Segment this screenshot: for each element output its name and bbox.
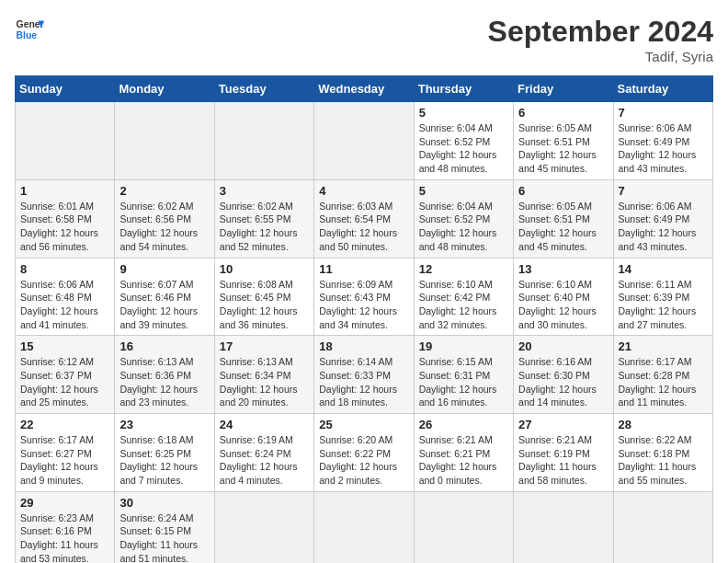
calendar-cell: 30 Sunrise: 6:24 AMSunset: 6:15 PMDaylig…	[115, 491, 214, 563]
cell-content: Sunrise: 6:05 AMSunset: 6:51 PMDaylight:…	[518, 201, 597, 252]
location: Tadif, Syria	[488, 49, 713, 64]
cell-content: Sunrise: 6:13 AMSunset: 6:36 PMDaylight:…	[119, 356, 198, 408]
cell-content: Sunrise: 6:05 AMSunset: 6:51 PMDaylight:…	[518, 122, 597, 174]
day-number: 16	[119, 339, 209, 353]
calendar-cell	[314, 491, 414, 563]
day-number: 6	[518, 184, 608, 198]
cell-content: Sunrise: 6:24 AMSunset: 6:15 PMDaylight:…	[119, 512, 198, 563]
calendar-week-row: 1 Sunrise: 6:01 AMSunset: 6:58 PMDayligh…	[16, 179, 713, 258]
day-number: 13	[518, 262, 608, 276]
cell-content: Sunrise: 6:16 AMSunset: 6:30 PMDaylight:…	[518, 356, 597, 408]
cell-content: Sunrise: 6:02 AMSunset: 6:55 PMDaylight:…	[220, 201, 298, 252]
day-of-week-header: Thursday	[414, 76, 513, 102]
cell-content: Sunrise: 6:12 AMSunset: 6:37 PMDaylight:…	[20, 356, 98, 408]
calendar-cell: 12 Sunrise: 6:10 AMSunset: 6:42 PMDaylig…	[414, 258, 513, 336]
calendar-cell: 27 Sunrise: 6:21 AMSunset: 6:19 PMDaylig…	[514, 414, 613, 492]
calendar-week-row: 15 Sunrise: 6:12 AMSunset: 6:37 PMDaylig…	[16, 336, 713, 414]
calendar-cell: 10 Sunrise: 6:08 AMSunset: 6:45 PMDaylig…	[214, 258, 313, 336]
calendar-cell	[214, 491, 313, 563]
calendar-cell: 11 Sunrise: 6:09 AMSunset: 6:43 PMDaylig…	[314, 258, 414, 336]
day-number: 9	[119, 262, 209, 276]
calendar-cell: 13 Sunrise: 6:10 AMSunset: 6:40 PMDaylig…	[514, 258, 613, 336]
calendar-cell	[414, 491, 513, 563]
calendar-cell: 26 Sunrise: 6:21 AMSunset: 6:21 PMDaylig…	[414, 414, 513, 492]
day-number: 28	[619, 418, 708, 431]
calendar-cell: 19 Sunrise: 6:15 AMSunset: 6:31 PMDaylig…	[414, 336, 513, 414]
day-number: 7	[619, 106, 708, 120]
calendar-cell: 4 Sunrise: 6:03 AMSunset: 6:54 PMDayligh…	[314, 179, 414, 258]
logo: General Blue	[15, 15, 44, 44]
calendar-cell: 5 Sunrise: 6:04 AMSunset: 6:52 PMDayligh…	[414, 179, 513, 258]
calendar-cell: 18 Sunrise: 6:14 AMSunset: 6:33 PMDaylig…	[314, 336, 414, 414]
cell-content: Sunrise: 6:06 AMSunset: 6:48 PMDaylight:…	[20, 279, 98, 330]
calendar-cell: 21 Sunrise: 6:17 AMSunset: 6:28 PMDaylig…	[613, 336, 712, 414]
cell-content: Sunrise: 6:20 AMSunset: 6:22 PMDaylight:…	[319, 434, 397, 486]
day-number: 27	[518, 418, 608, 431]
day-number: 22	[20, 418, 109, 431]
calendar-table: SundayMondayTuesdayWednesdayThursdayFrid…	[15, 75, 713, 563]
cell-content: Sunrise: 6:10 AMSunset: 6:42 PMDaylight:…	[419, 279, 497, 330]
day-number: 18	[319, 339, 408, 353]
calendar-cell	[613, 491, 712, 563]
calendar-week-row: 5 Sunrise: 6:04 AMSunset: 6:52 PMDayligh…	[16, 102, 713, 180]
calendar-cell: 9 Sunrise: 6:07 AMSunset: 6:46 PMDayligh…	[115, 258, 214, 336]
calendar-cell: 29 Sunrise: 6:23 AMSunset: 6:16 PMDaylig…	[16, 491, 115, 563]
calendar-week-row: 8 Sunrise: 6:06 AMSunset: 6:48 PMDayligh…	[16, 258, 713, 336]
calendar-cell	[514, 491, 613, 563]
logo-icon: General Blue	[15, 15, 44, 44]
cell-content: Sunrise: 6:14 AMSunset: 6:33 PMDaylight:…	[319, 356, 397, 408]
calendar-week-row: 29 Sunrise: 6:23 AMSunset: 6:16 PMDaylig…	[16, 491, 713, 563]
calendar-cell: 3 Sunrise: 6:02 AMSunset: 6:55 PMDayligh…	[214, 179, 313, 258]
cell-content: Sunrise: 6:13 AMSunset: 6:34 PMDaylight:…	[220, 356, 298, 408]
calendar-cell: 7 Sunrise: 6:06 AMSunset: 6:49 PMDayligh…	[613, 102, 712, 180]
day-number: 11	[319, 262, 408, 276]
title-block: September 2024 Tadif, Syria	[488, 15, 713, 64]
day-number: 8	[20, 262, 109, 276]
calendar-cell: 6 Sunrise: 6:05 AMSunset: 6:51 PMDayligh…	[514, 102, 613, 180]
day-number: 5	[419, 106, 508, 120]
day-number: 6	[518, 106, 608, 120]
cell-content: Sunrise: 6:01 AMSunset: 6:58 PMDaylight:…	[20, 201, 98, 252]
cell-content: Sunrise: 6:11 AMSunset: 6:39 PMDaylight:…	[619, 279, 697, 330]
calendar-header-row: SundayMondayTuesdayWednesdayThursdayFrid…	[16, 76, 713, 102]
calendar-cell: 17 Sunrise: 6:13 AMSunset: 6:34 PMDaylig…	[214, 336, 313, 414]
day-number: 1	[20, 184, 109, 198]
calendar-cell: 1 Sunrise: 6:01 AMSunset: 6:58 PMDayligh…	[16, 179, 115, 258]
cell-content: Sunrise: 6:06 AMSunset: 6:49 PMDaylight:…	[619, 201, 697, 252]
cell-content: Sunrise: 6:10 AMSunset: 6:40 PMDaylight:…	[518, 279, 597, 330]
calendar-cell: 23 Sunrise: 6:18 AMSunset: 6:25 PMDaylig…	[115, 414, 214, 492]
day-of-week-header: Tuesday	[214, 76, 313, 102]
calendar-cell: 14 Sunrise: 6:11 AMSunset: 6:39 PMDaylig…	[613, 258, 712, 336]
calendar-cell: 20 Sunrise: 6:16 AMSunset: 6:30 PMDaylig…	[514, 336, 613, 414]
day-number: 21	[619, 339, 708, 353]
calendar-cell: 16 Sunrise: 6:13 AMSunset: 6:36 PMDaylig…	[115, 336, 214, 414]
cell-content: Sunrise: 6:19 AMSunset: 6:24 PMDaylight:…	[220, 434, 298, 486]
calendar-cell: 25 Sunrise: 6:20 AMSunset: 6:22 PMDaylig…	[314, 414, 414, 492]
calendar-cell	[214, 102, 313, 180]
calendar-cell: 6 Sunrise: 6:05 AMSunset: 6:51 PMDayligh…	[514, 179, 613, 258]
calendar-cell: 22 Sunrise: 6:17 AMSunset: 6:27 PMDaylig…	[16, 414, 115, 492]
day-number: 30	[119, 496, 209, 510]
day-number: 25	[319, 418, 408, 431]
cell-content: Sunrise: 6:21 AMSunset: 6:19 PMDaylight:…	[518, 434, 597, 486]
day-number: 2	[119, 184, 209, 198]
day-number: 24	[220, 418, 309, 431]
calendar-cell: 15 Sunrise: 6:12 AMSunset: 6:37 PMDaylig…	[16, 336, 115, 414]
calendar-cell: 5 Sunrise: 6:04 AMSunset: 6:52 PMDayligh…	[414, 102, 513, 180]
cell-content: Sunrise: 6:17 AMSunset: 6:28 PMDaylight:…	[619, 356, 697, 408]
calendar-cell	[115, 102, 214, 180]
day-of-week-header: Sunday	[16, 76, 115, 102]
day-number: 4	[319, 184, 408, 198]
cell-content: Sunrise: 6:17 AMSunset: 6:27 PMDaylight:…	[20, 434, 98, 486]
day-number: 23	[119, 418, 209, 431]
svg-text:Blue: Blue	[17, 30, 38, 40]
calendar-cell: 8 Sunrise: 6:06 AMSunset: 6:48 PMDayligh…	[16, 258, 115, 336]
day-of-week-header: Wednesday	[314, 76, 414, 102]
day-number: 7	[619, 184, 708, 198]
calendar-cell: 24 Sunrise: 6:19 AMSunset: 6:24 PMDaylig…	[214, 414, 313, 492]
cell-content: Sunrise: 6:15 AMSunset: 6:31 PMDaylight:…	[419, 356, 497, 408]
day-number: 12	[419, 262, 508, 276]
cell-content: Sunrise: 6:23 AMSunset: 6:16 PMDaylight:…	[20, 512, 98, 563]
cell-content: Sunrise: 6:04 AMSunset: 6:52 PMDaylight:…	[419, 201, 497, 252]
cell-content: Sunrise: 6:03 AMSunset: 6:54 PMDaylight:…	[319, 201, 397, 252]
